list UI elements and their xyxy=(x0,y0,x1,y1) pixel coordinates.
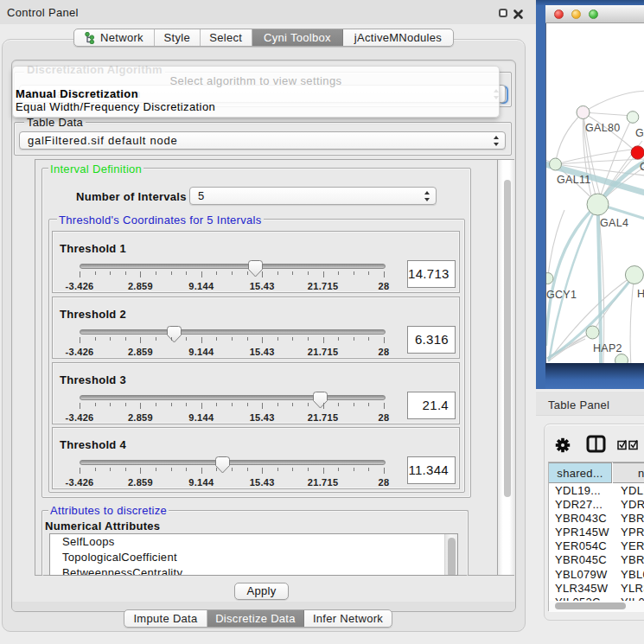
svg-text:HAP2: HAP2 xyxy=(593,342,622,354)
svg-text:GAL80: GAL80 xyxy=(585,122,620,134)
svg-text:GCY1: GCY1 xyxy=(546,289,577,301)
svg-text:H: H xyxy=(637,288,644,300)
svg-text:GAL11: GAL11 xyxy=(557,174,591,186)
svg-text:GA: GA xyxy=(635,127,644,139)
svg-text:GAL4: GAL4 xyxy=(600,217,628,229)
svg-text:C: C xyxy=(640,161,644,173)
